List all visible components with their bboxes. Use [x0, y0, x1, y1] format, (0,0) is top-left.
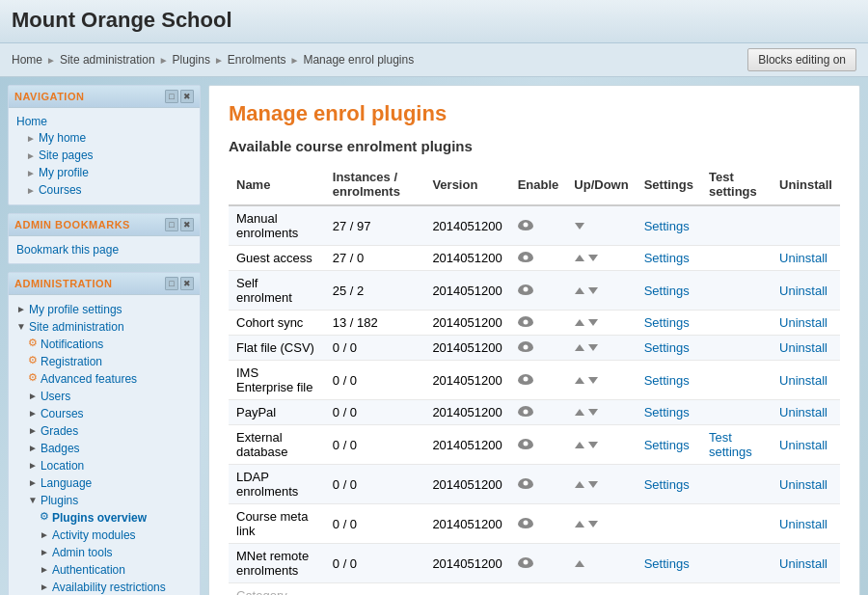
arrow-down-icon[interactable] — [588, 287, 598, 294]
uninstall-link[interactable]: Uninstall — [779, 315, 827, 330]
admin-grades[interactable]: ► Grades — [28, 422, 192, 440]
plugin-uninstall[interactable]: Uninstall — [772, 504, 840, 544]
enable-eye-icon[interactable] — [518, 341, 533, 352]
nav-my-home[interactable]: ► My home — [16, 129, 192, 147]
plugin-uninstall[interactable]: Uninstall — [772, 400, 840, 425]
nav-home[interactable]: Home — [16, 114, 192, 129]
admin-registration[interactable]: ⚙ Registration — [28, 353, 192, 370]
settings-link[interactable]: Settings — [644, 219, 690, 233]
plugin-enable[interactable] — [510, 465, 567, 504]
plugin-settings[interactable]: Settings — [637, 400, 701, 425]
admin-location[interactable]: ► Location — [28, 457, 192, 474]
plugin-uninstall[interactable]: Uninstall — [772, 361, 840, 400]
plugin-enable[interactable] — [510, 583, 567, 596]
plugin-settings[interactable]: Settings — [637, 544, 701, 583]
navigation-block-icon-1[interactable]: □ — [165, 90, 178, 103]
enable-eye-icon[interactable] — [518, 439, 533, 449]
plugin-uninstall[interactable]: Uninstall — [772, 425, 840, 465]
breadcrumb-site-admin[interactable]: Site administration — [60, 53, 155, 67]
plugin-settings[interactable]: Settings — [637, 465, 701, 504]
uninstall-link[interactable]: Uninstall — [779, 517, 827, 531]
plugin-enable[interactable] — [510, 336, 567, 361]
uninstall-link[interactable]: Uninstall — [779, 284, 827, 298]
plugin-enable[interactable] — [510, 544, 567, 583]
enable-eye-icon[interactable] — [518, 406, 533, 417]
settings-link[interactable]: Settings — [644, 405, 690, 419]
settings-link[interactable]: Settings — [644, 315, 690, 330]
plugin-settings[interactable]: Settings — [637, 271, 701, 311]
enable-eye-icon[interactable] — [518, 374, 533, 385]
breadcrumb-enrolments[interactable]: Enrolments — [228, 53, 286, 67]
arrow-up-icon[interactable] — [575, 409, 584, 416]
arrow-up-icon[interactable] — [575, 255, 584, 261]
admin-admin-tools[interactable]: ► Admin tools — [40, 544, 192, 561]
plugin-enable[interactable] — [510, 361, 567, 400]
breadcrumb-plugins[interactable]: Plugins — [173, 53, 210, 67]
uninstall-link[interactable]: Uninstall — [779, 405, 827, 419]
arrow-down-icon[interactable] — [588, 521, 598, 527]
settings-link[interactable]: Settings — [644, 284, 690, 298]
admin-advanced-features[interactable]: ⚙ Advanced features — [28, 370, 192, 388]
admin-courses[interactable]: ► Courses — [28, 405, 192, 422]
admin-notifications[interactable]: ⚙ Notifications — [28, 336, 192, 353]
admin-bookmarks-icon-1[interactable]: □ — [165, 218, 178, 231]
uninstall-link[interactable]: Uninstall — [779, 373, 827, 388]
plugin-enable[interactable] — [510, 246, 567, 271]
uninstall-link[interactable]: Uninstall — [779, 477, 827, 492]
breadcrumb-home[interactable]: Home — [12, 53, 42, 67]
plugin-uninstall[interactable]: Uninstall — [772, 544, 840, 583]
arrow-up-icon[interactable] — [575, 481, 584, 488]
plugin-uninstall[interactable]: Uninstall — [772, 336, 840, 361]
settings-link[interactable]: Settings — [644, 251, 690, 265]
admin-authentication[interactable]: ► Authentication — [40, 561, 192, 579]
plugin-enable[interactable] — [510, 311, 567, 336]
admin-language[interactable]: ► Language — [28, 474, 192, 492]
bookmark-this-page[interactable]: Bookmark this page — [16, 242, 192, 257]
plugin-settings[interactable]: Settings — [637, 205, 701, 246]
enable-eye-icon[interactable] — [518, 252, 533, 262]
plugin-test-settings[interactable]: Test settings — [701, 425, 772, 465]
arrow-up-icon[interactable] — [575, 287, 584, 294]
settings-link[interactable]: Settings — [644, 373, 690, 388]
settings-link[interactable]: Settings — [644, 438, 690, 452]
plugin-uninstall[interactable]: Uninstall — [772, 246, 840, 271]
plugin-uninstall[interactable]: Uninstall — [772, 583, 840, 596]
plugin-settings[interactable]: Settings — [637, 311, 701, 336]
uninstall-link[interactable]: Uninstall — [779, 438, 827, 452]
arrow-up-icon[interactable] — [575, 560, 584, 567]
enable-eye-icon[interactable] — [518, 557, 533, 568]
admin-plugins-overview[interactable]: ⚙ Plugins overview — [40, 509, 192, 527]
uninstall-link[interactable]: Uninstall — [779, 340, 827, 355]
plugin-settings[interactable]: Settings — [637, 361, 701, 400]
enable-eye-icon[interactable] — [518, 220, 533, 230]
arrow-up-icon[interactable] — [575, 521, 584, 527]
test-settings-link[interactable]: Test settings — [709, 430, 752, 459]
plugin-enable[interactable] — [510, 400, 567, 425]
settings-link[interactable]: Settings — [644, 477, 690, 492]
plugin-settings[interactable]: Settings — [637, 246, 701, 271]
arrow-down-icon[interactable] — [588, 409, 598, 416]
nav-courses[interactable]: ► Courses — [16, 181, 192, 199]
admin-plugins[interactable]: ▼ Plugins — [28, 492, 192, 509]
arrow-up-icon[interactable] — [575, 319, 584, 326]
arrow-down-icon[interactable] — [588, 319, 598, 326]
plugin-uninstall[interactable]: Uninstall — [772, 465, 840, 504]
enable-eye-icon[interactable] — [518, 518, 533, 528]
arrow-up-icon[interactable] — [575, 377, 584, 384]
arrow-up-icon[interactable] — [575, 344, 584, 351]
uninstall-link[interactable]: Uninstall — [779, 556, 827, 571]
arrow-down-icon[interactable] — [588, 344, 598, 351]
plugin-uninstall[interactable]: Uninstall — [772, 271, 840, 311]
admin-bookmarks-icon-2[interactable]: ✖ — [180, 218, 194, 231]
plugin-enable[interactable] — [510, 504, 567, 544]
enable-eye-icon[interactable] — [518, 316, 533, 327]
arrow-down-icon[interactable] — [588, 481, 598, 488]
administration-block-icon-2[interactable]: ✖ — [180, 277, 194, 290]
enable-eye-icon[interactable] — [518, 284, 533, 295]
plugin-uninstall[interactable]: Uninstall — [772, 311, 840, 336]
administration-block-icon-1[interactable]: □ — [165, 277, 178, 290]
plugin-settings[interactable]: Settings — [637, 336, 701, 361]
blocks-editing-button[interactable]: Blocks editing on — [747, 48, 856, 71]
arrow-down-icon[interactable] — [575, 223, 584, 230]
enable-eye-icon[interactable] — [518, 478, 533, 489]
